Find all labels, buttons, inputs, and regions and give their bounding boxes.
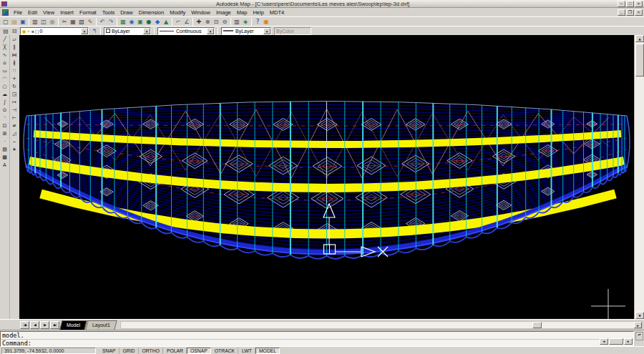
map-globe-button[interactable]: ◉: [127, 18, 136, 26]
erase-tool-button[interactable]: ▱: [10, 36, 19, 44]
scale-tool-button[interactable]: ◲: [10, 91, 19, 99]
drawing-canvas[interactable]: [19, 35, 634, 319]
map-drawing-cleanup-button[interactable]: ▩: [119, 18, 127, 26]
stretch-tool-button[interactable]: ↦: [10, 99, 19, 107]
scroll-down-button[interactable]: ▼: [635, 312, 644, 319]
search-button[interactable]: ◎: [48, 18, 57, 26]
aerial-view-button[interactable]: ▥: [233, 18, 241, 26]
ellipse-tool-button[interactable]: ⊙: [1, 107, 9, 114]
make-block-tool-button[interactable]: ⊞: [1, 130, 9, 138]
menu-map[interactable]: Map: [234, 9, 250, 16]
named-views-button[interactable]: ◈: [241, 18, 250, 26]
menu-format[interactable]: Format: [77, 9, 99, 16]
color-combo[interactable]: ByLayer ▾: [104, 27, 151, 35]
paste-button[interactable]: ▧: [77, 18, 86, 26]
menu-insert[interactable]: Insert: [57, 9, 77, 16]
first-tab-button[interactable]: |◀: [20, 321, 29, 329]
menu-dimension[interactable]: Dimension: [136, 9, 167, 16]
scroll-up-button[interactable]: ▲: [635, 35, 644, 42]
coordinate-readout[interactable]: 391.3799, -74.5932, 0.0000: [1, 348, 96, 354]
chamfer-tool-button[interactable]: ◿: [10, 130, 19, 138]
map-toolbox-button[interactable]: ▲: [162, 18, 170, 26]
region-tool-button[interactable]: ▩: [1, 154, 9, 162]
zoom-window-button[interactable]: ⊡: [212, 18, 220, 26]
minimize-button[interactable]: –: [618, 1, 625, 7]
trim-tool-button[interactable]: ⊣: [10, 107, 19, 114]
scroll-right-button[interactable]: ▸: [634, 322, 642, 328]
linetype-combo-dropdown-icon[interactable]: ▾: [207, 28, 214, 34]
color-combo-dropdown-icon[interactable]: ▾: [143, 28, 150, 34]
explode-tool-button[interactable]: ∗: [10, 146, 19, 154]
copy-object-tool-button[interactable]: ∥: [10, 44, 19, 51]
move-tool-button[interactable]: +: [10, 75, 19, 83]
mdi-close-button[interactable]: ×: [635, 9, 643, 16]
menu-tools[interactable]: Tools: [99, 9, 118, 16]
offset-tool-button[interactable]: ∦: [10, 59, 19, 67]
fillet-tool-button[interactable]: ⌣: [10, 138, 19, 146]
map-data-button[interactable]: ◆: [153, 18, 162, 26]
menu-modify[interactable]: Modify: [167, 9, 188, 16]
command-splitter-icon[interactable]: ▴▾: [635, 332, 643, 340]
toggle-snap[interactable]: SNAP: [99, 348, 119, 354]
menu-view[interactable]: View: [40, 9, 57, 16]
toggle-ortho[interactable]: ORTHO: [139, 348, 163, 354]
lineweight-combo-dropdown-icon[interactable]: ▾: [263, 28, 270, 34]
vertical-scrollbar[interactable]: ▲ ▼: [634, 35, 644, 319]
command-scroll-thumb[interactable]: [609, 338, 623, 345]
command-scroll-left-button[interactable]: ◂: [600, 338, 608, 345]
pan-realtime-button[interactable]: ✚: [195, 18, 203, 26]
vertical-scroll-thumb[interactable]: [635, 44, 644, 77]
layer-combo-dropdown-icon[interactable]: ▾: [81, 28, 88, 34]
undo-button[interactable]: ↶: [98, 18, 107, 26]
command-window[interactable]: model. Command: ▴▾ ◂ ▸: [0, 330, 644, 346]
toggle-lwt[interactable]: LWT: [238, 348, 255, 354]
maximize-button[interactable]: □: [626, 1, 634, 7]
horizontal-scrollbar[interactable]: ▸: [120, 321, 643, 329]
next-tab-button[interactable]: ▶: [40, 321, 49, 329]
tab-layout1[interactable]: Layout1: [85, 320, 117, 330]
spline-tool-button[interactable]: ∫: [1, 99, 9, 107]
print-preview-button[interactable]: ◫: [39, 18, 48, 26]
save-file-button[interactable]: ▣: [19, 18, 27, 26]
prev-tab-button[interactable]: ◀: [30, 321, 39, 329]
layer-previous-button[interactable]: ⊟: [10, 27, 19, 35]
tab-model[interactable]: Model: [59, 320, 87, 330]
help-button[interactable]: ?: [253, 18, 262, 26]
mdi-minimize-button[interactable]: _: [618, 9, 625, 16]
last-tab-button[interactable]: ▶|: [50, 321, 59, 329]
polyline-tool-button[interactable]: ∿: [1, 51, 9, 59]
menu-window[interactable]: Window: [188, 9, 213, 16]
lineweight-combo[interactable]: ByLayer ▾: [221, 27, 271, 35]
open-file-button[interactable]: ▤: [10, 18, 19, 26]
map-query-button[interactable]: ▣: [136, 18, 145, 26]
horizontal-scroll-thumb[interactable]: [532, 322, 542, 328]
arc-tool-button[interactable]: ◠: [1, 75, 9, 83]
toggle-otrack[interactable]: OTRACK: [211, 348, 238, 354]
line-tool-button[interactable]: ╱: [1, 36, 9, 44]
circle-tool-button[interactable]: ○: [1, 83, 9, 91]
mdi-restore-button[interactable]: ❐: [626, 9, 634, 16]
temporary-tracking-button[interactable]: ⌐: [174, 18, 182, 26]
new-file-button[interactable]: ▢: [1, 18, 10, 26]
insert-block-tool-button[interactable]: ⊡: [1, 122, 9, 130]
layers-manager-button[interactable]: ▤: [1, 27, 10, 35]
menu-draw[interactable]: Draw: [117, 9, 136, 16]
toggle-model[interactable]: MODEL: [255, 348, 280, 354]
toggle-grid[interactable]: GRID: [119, 348, 139, 354]
rectangle-tool-button[interactable]: ▭: [1, 67, 9, 75]
hatch-tool-button[interactable]: ▨: [1, 146, 9, 154]
map-save-back-button[interactable]: ●: [145, 18, 153, 26]
mtext-tool-button[interactable]: A: [1, 162, 9, 169]
make-object-layer-current-button[interactable]: ↰: [90, 27, 99, 35]
linetype-combo[interactable]: Continuous ▾: [157, 27, 215, 35]
layer-lock-icon[interactable]: ▪: [31, 29, 34, 34]
close-button[interactable]: ×: [635, 1, 643, 7]
extend-tool-button[interactable]: ⊢: [10, 114, 19, 122]
layer-color-swatch[interactable]: □: [35, 29, 39, 34]
break-tool-button[interactable]: ≠: [10, 122, 19, 130]
zoom-realtime-button[interactable]: ⊕: [203, 18, 212, 26]
command-prompt-line[interactable]: Command:: [1, 339, 633, 346]
mirror-tool-button[interactable]: ⋈: [10, 51, 19, 59]
snap-from-button[interactable]: ∠: [182, 18, 191, 26]
ellipse-arc-tool-button[interactable]: ◝: [1, 114, 9, 122]
